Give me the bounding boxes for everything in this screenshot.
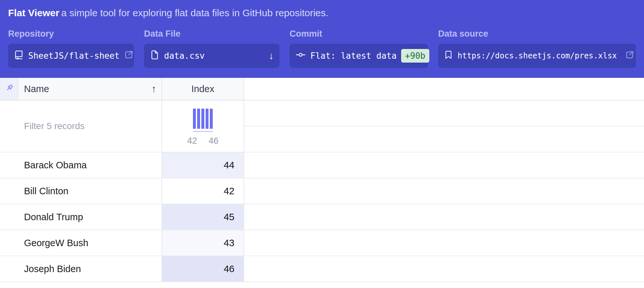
repository-value: SheetJS/flat-sheet	[28, 51, 120, 61]
table-row: Joseph Biden 46	[0, 256, 644, 282]
histogram-bar[interactable]	[206, 109, 209, 129]
external-link-icon	[625, 51, 634, 61]
row-index-cell: 43	[162, 230, 244, 256]
row-name-cell: Donald Trump	[0, 204, 162, 230]
repository-button[interactable]: SheetJS/flat-sheet	[8, 44, 134, 68]
index-column-label: Index	[191, 84, 214, 94]
repo-book-icon	[14, 50, 24, 62]
row-name-cell: Joseph Biden	[0, 256, 162, 282]
pin-column-button[interactable]	[0, 78, 18, 100]
column-header-index[interactable]: Index	[162, 78, 244, 100]
repository-control: Repository SheetJS/flat-sheet	[8, 29, 134, 68]
histogram-max-label: 46	[209, 136, 219, 146]
page-title: Flat Viewera simple tool for exploring f…	[8, 6, 636, 19]
data-file-label: Data File	[144, 29, 280, 39]
filter-spacer	[244, 101, 644, 152]
data-file-value: data.csv	[164, 51, 205, 61]
histogram-bar[interactable]	[197, 109, 200, 129]
data-grid: Name ↑ Index 42 46 Barack Obama 44	[0, 78, 644, 282]
app-tagline: a simple tool for exploring flat data fi…	[61, 7, 328, 18]
row-index-cell: 44	[162, 152, 244, 178]
histogram-bar[interactable]	[193, 109, 196, 129]
app-name: Flat Viewer	[8, 7, 59, 18]
data-file-button[interactable]: data.csv ↓	[144, 44, 280, 68]
bookmark-icon	[444, 50, 453, 61]
repository-label: Repository	[8, 29, 134, 39]
row-index-cell: 46	[162, 256, 244, 282]
filter-input[interactable]	[0, 121, 161, 131]
table-row: Bill Clinton 42	[0, 178, 644, 204]
pin-icon	[4, 83, 14, 95]
row-spacer	[244, 256, 644, 282]
histogram-bars[interactable]	[193, 109, 213, 129]
row-index-cell: 42	[162, 178, 244, 204]
table-body: Barack Obama 44 Bill Clinton 42 Donald T…	[0, 152, 644, 282]
table-header-row: Name ↑ Index	[0, 78, 644, 101]
row-index-cell: 45	[162, 204, 244, 230]
commit-button[interactable]: Flat: latest data +90b	[290, 44, 428, 68]
filter-row: 42 46	[0, 101, 644, 152]
name-filter-cell	[0, 101, 162, 152]
commit-label: Commit	[290, 29, 428, 39]
data-source-button[interactable]: https://docs.sheetjs.com/pres.xlsx	[438, 44, 636, 68]
data-source-control: Data source https://docs.sheetjs.com/pre…	[438, 29, 636, 68]
file-icon	[150, 50, 160, 62]
column-header-name[interactable]: Name ↑	[18, 78, 162, 100]
header-spacer	[244, 78, 644, 100]
commit-control: Commit Flat: latest data +90b	[290, 29, 428, 68]
data-source-url: https://docs.sheetjs.com/pres.xlsx	[458, 51, 617, 60]
histogram-labels: 42 46	[187, 136, 218, 146]
download-arrow-icon: ↓	[269, 50, 274, 61]
row-name-cell: GeorgeW Bush	[0, 230, 162, 256]
table-row: Barack Obama 44	[0, 152, 644, 178]
sort-ascending-icon: ↑	[151, 83, 156, 94]
git-commit-icon	[295, 50, 306, 62]
commit-message: Flat: latest data	[310, 51, 397, 61]
data-file-control: Data File data.csv ↓	[144, 29, 280, 68]
name-column-label: Name	[24, 84, 49, 94]
row-name-cell: Bill Clinton	[0, 178, 162, 204]
histogram-min-label: 42	[187, 136, 197, 146]
histogram-bar[interactable]	[210, 109, 213, 129]
histogram-baseline	[193, 131, 213, 132]
table-row: GeorgeW Bush 43	[0, 230, 644, 256]
controls-row: Repository SheetJS/flat-sheet	[8, 29, 636, 68]
topbar: Flat Viewera simple tool for exploring f…	[0, 0, 644, 78]
external-link-icon	[124, 50, 133, 61]
row-spacer	[244, 230, 644, 256]
row-spacer	[244, 204, 644, 230]
commit-diff-badge: +90b	[401, 49, 429, 63]
row-spacer	[244, 152, 644, 178]
histogram-bar[interactable]	[201, 109, 204, 129]
row-name-cell: Barack Obama	[0, 152, 162, 178]
data-source-label: Data source	[438, 29, 636, 39]
table-row: Donald Trump 45	[0, 204, 644, 230]
row-spacer	[244, 178, 644, 204]
index-histogram-cell[interactable]: 42 46	[162, 101, 244, 152]
